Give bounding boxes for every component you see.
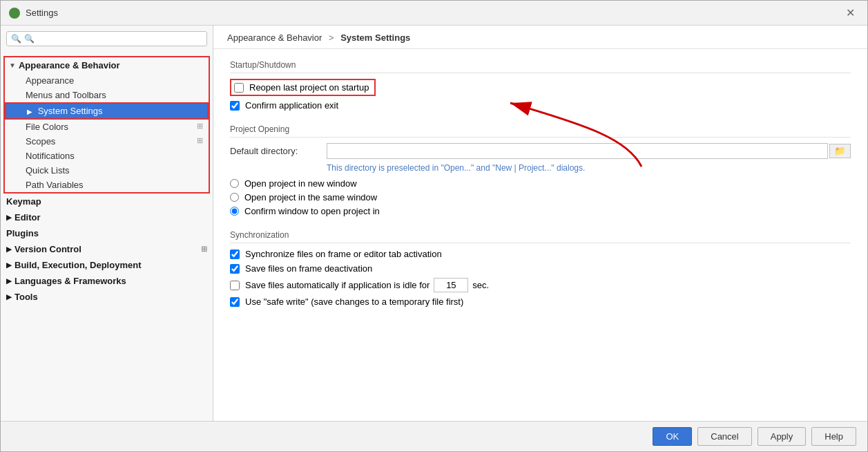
build-arrow: ▶	[6, 261, 12, 269]
content-area: 🔍 ▼ Appearance & Behavior Appearance Men…	[1, 26, 867, 421]
sidebar-item-editor[interactable]: ▶ Editor	[1, 209, 213, 225]
nav-tree: ▼ Appearance & Behavior Appearance Menus…	[1, 52, 213, 308]
reopen-project-row[interactable]: Reopen last project on startup	[234, 82, 369, 93]
main-panel: Appearance & Behavior > System Settings …	[213, 26, 867, 421]
confirm-window-label: Confirm window to open project in	[244, 206, 380, 216]
open-same-window-row[interactable]: Open project in the same window	[230, 192, 851, 203]
vc-icon: ⊞	[201, 245, 207, 254]
startup-section-title: Startup/Shutdown	[230, 60, 851, 73]
idle-seconds-input[interactable]	[434, 278, 468, 292]
startup-section: Startup/Shutdown Reopen last project on …	[230, 60, 851, 111]
vc-arrow: ▶	[6, 245, 12, 253]
sidebar-item-menus-toolbars[interactable]: Menus and Toolbars	[5, 88, 209, 102]
search-box[interactable]: 🔍	[6, 31, 207, 46]
save-idle-checkbox[interactable]	[230, 281, 240, 290]
safe-write-row[interactable]: Use "safe write" (save changes to a temp…	[230, 296, 851, 307]
help-button[interactable]: Help	[811, 427, 856, 446]
sidebar-item-languages[interactable]: ▶ Languages & Frameworks	[1, 273, 213, 289]
confirm-exit-checkbox[interactable]	[230, 101, 240, 111]
open-same-window-radio[interactable]	[230, 193, 239, 202]
app-icon	[9, 8, 20, 19]
sidebar-item-notifications[interactable]: Notifications	[5, 149, 209, 163]
confirm-window-row[interactable]: Confirm window to open project in	[230, 206, 851, 216]
reopen-project-label: Reopen last project on startup	[249, 82, 369, 93]
sidebar: 🔍 ▼ Appearance & Behavior Appearance Men…	[1, 26, 213, 421]
default-directory-row: Default directory: 📁	[230, 143, 851, 159]
save-idle-label: Save files automatically if application …	[245, 280, 430, 290]
search-icon: 🔍	[11, 34, 21, 44]
sync-files-checkbox[interactable]	[230, 249, 240, 259]
sync-files-row[interactable]: Synchronize files on frame or editor tab…	[230, 249, 851, 259]
bottom-bar: OK Cancel Apply Help	[1, 421, 867, 451]
breadcrumb-separator: >	[329, 32, 334, 43]
tools-arrow: ▶	[6, 293, 12, 301]
sec-label: sec.	[472, 280, 489, 290]
save-deactivation-checkbox[interactable]	[230, 264, 240, 274]
file-colors-icon: ⊞	[197, 122, 203, 131]
editor-arrow: ▶	[6, 214, 12, 221]
safe-write-checkbox[interactable]	[230, 297, 240, 307]
confirm-exit-label: Confirm application exit	[245, 100, 338, 111]
open-new-window-radio[interactable]	[230, 179, 239, 188]
sidebar-item-path-variables[interactable]: Path Variables	[5, 178, 209, 192]
sidebar-item-tools[interactable]: ▶ Tools	[1, 289, 213, 305]
panel-body: Startup/Shutdown Reopen last project on …	[213, 49, 867, 421]
breadcrumb-current: System Settings	[340, 32, 410, 43]
dialog-title: Settings	[26, 8, 842, 18]
lang-arrow: ▶	[6, 277, 12, 285]
sync-files-label: Synchronize files on frame or editor tab…	[245, 249, 442, 259]
cancel-button[interactable]: Cancel	[697, 427, 751, 446]
breadcrumb: Appearance & Behavior > System Settings	[213, 26, 867, 49]
reopen-project-checkbox[interactable]	[234, 83, 244, 93]
scopes-icon: ⊞	[197, 136, 203, 145]
confirm-exit-row[interactable]: Confirm application exit	[230, 100, 851, 111]
sidebar-item-appearance-behavior[interactable]: ▼ Appearance & Behavior	[5, 57, 209, 73]
sidebar-item-plugins[interactable]: Plugins	[1, 225, 213, 241]
directory-hint: This directory is preselected in "Open..…	[327, 163, 851, 173]
sync-section-title: Synchronization	[230, 230, 851, 243]
default-directory-label: Default directory:	[230, 146, 327, 156]
close-button[interactable]: ✕	[842, 5, 859, 21]
confirm-window-radio[interactable]	[230, 207, 239, 216]
sidebar-item-system-settings[interactable]: ▶ System Settings	[6, 104, 207, 118]
expand-arrow: ▼	[9, 62, 16, 69]
save-deactivation-row[interactable]: Save files on frame deactivation	[230, 263, 851, 274]
search-input[interactable]	[24, 34, 202, 44]
browse-folder-button[interactable]: 📁	[829, 144, 851, 158]
sidebar-item-file-colors[interactable]: File Colors ⊞	[5, 120, 209, 134]
open-new-window-row[interactable]: Open project in new window	[230, 178, 851, 189]
breadcrumb-parent: Appearance & Behavior	[227, 32, 322, 43]
open-new-window-label: Open project in new window	[244, 178, 357, 189]
open-same-window-label: Open project in the same window	[244, 192, 377, 203]
default-directory-input[interactable]	[327, 143, 828, 159]
safe-write-label: Use "safe write" (save changes to a temp…	[245, 296, 463, 307]
sync-section: Synchronization Synchronize files on fra…	[230, 230, 851, 307]
sidebar-item-appearance[interactable]: Appearance	[5, 73, 209, 88]
apply-button[interactable]: Apply	[758, 427, 807, 446]
save-deactivation-label: Save files on frame deactivation	[245, 263, 372, 274]
sidebar-item-keymap[interactable]: Keymap	[1, 194, 213, 209]
settings-dialog: Settings ✕ 🔍 ▼ Appearance & Behavior	[0, 0, 868, 452]
sidebar-item-scopes[interactable]: Scopes ⊞	[5, 134, 209, 149]
sidebar-item-version-control[interactable]: ▶ Version Control ⊞	[1, 241, 213, 257]
title-bar: Settings ✕	[1, 1, 867, 26]
save-idle-row: Save files automatically if application …	[230, 278, 851, 292]
sidebar-item-build[interactable]: ▶ Build, Execution, Deployment	[1, 257, 213, 273]
system-settings-arrow: ▶	[27, 108, 32, 115]
sidebar-item-quick-lists[interactable]: Quick Lists	[5, 163, 209, 178]
project-opening-section: Project Opening Default directory: 📁 Thi…	[230, 124, 851, 216]
ok-button[interactable]: OK	[653, 427, 692, 446]
project-opening-title: Project Opening	[230, 124, 851, 138]
